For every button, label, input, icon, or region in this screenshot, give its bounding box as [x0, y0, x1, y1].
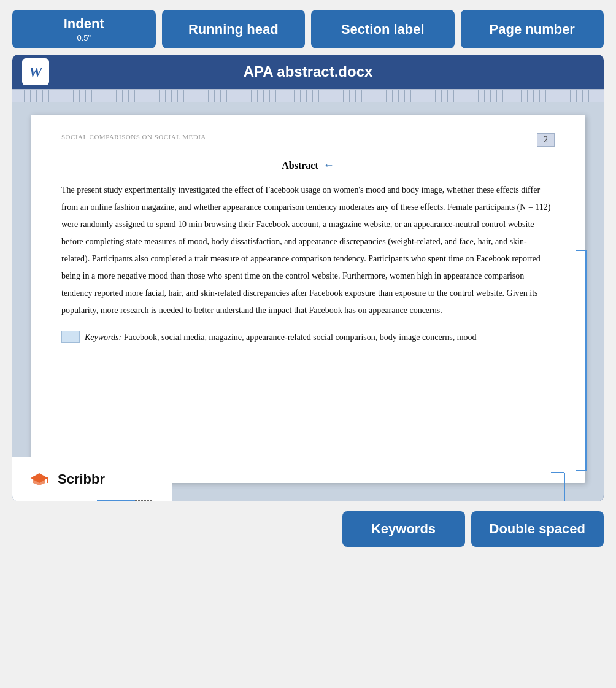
bottom-labels: Keywords Double spaced [0, 501, 616, 557]
word-icon-letter: W [29, 64, 42, 80]
section-label-button: Section label [311, 10, 455, 48]
double-spaced-button-label: Double spaced [490, 521, 585, 536]
top-section: Indent 0.5" Running head Section label P… [0, 0, 616, 48]
page-header: SOCIAL COMPARISONS ON SOCIAL MEDIA 2 [61, 133, 555, 147]
running-head-title: Running head [188, 21, 279, 37]
section-label-arrow: ← [323, 159, 334, 172]
ruler [12, 89, 604, 102]
doc-wrapper: SOCIAL COMPARISONS ON SOCIAL MEDIA 2 Abs… [12, 102, 604, 501]
indent-subtitle: 0.5" [77, 33, 91, 42]
keywords-line: Keywords: Facebook, social media, magazi… [61, 329, 555, 346]
document-page: SOCIAL COMPARISONS ON SOCIAL MEDIA 2 Abs… [31, 115, 585, 483]
top-labels: Indent 0.5" Running head Section label P… [0, 0, 616, 48]
keywords-label: Keywords: [85, 333, 121, 342]
scribbr-area: Scribbr [12, 457, 172, 501]
running-head-button: Running head [162, 10, 306, 48]
page-number-button: Page number [461, 10, 604, 48]
word-filename: APA abstract.docx [244, 63, 373, 80]
scribbr-icon [27, 467, 52, 492]
keywords-button-label: Keywords [371, 521, 436, 536]
main-area: W APA abstract.docx SOCIAL COMPARISONS O… [0, 48, 616, 501]
abstract-heading: Abstract ← [61, 159, 555, 172]
keywords-content: Keywords: Facebook, social media, magazi… [85, 329, 477, 346]
page-number-title: Page number [490, 21, 575, 37]
scribbr-name: Scribbr [58, 471, 105, 487]
indent-indicator-box [61, 331, 80, 343]
indent-button: Indent 0.5" [12, 10, 156, 48]
double-spaced-button: Double spaced [471, 511, 604, 547]
abstract-body: The present study experimentally investi… [61, 182, 555, 319]
svg-rect-9 [47, 477, 48, 483]
keywords-text: Facebook, social media, magazine, appear… [121, 333, 476, 342]
running-head-text: SOCIAL COMPARISONS ON SOCIAL MEDIA [61, 133, 206, 141]
word-container: W APA abstract.docx SOCIAL COMPARISONS O… [12, 55, 604, 501]
word-titlebar: W APA abstract.docx [12, 55, 604, 89]
abstract-heading-text: Abstract [282, 160, 318, 171]
section-label-title: Section label [341, 21, 425, 37]
indent-title: Indent [64, 16, 104, 32]
page-number-box: 2 [537, 133, 555, 147]
word-icon: W [22, 58, 49, 85]
double-space-bracket [576, 250, 587, 471]
keywords-button: Keywords [342, 511, 465, 547]
ruler-marks [12, 90, 604, 102]
